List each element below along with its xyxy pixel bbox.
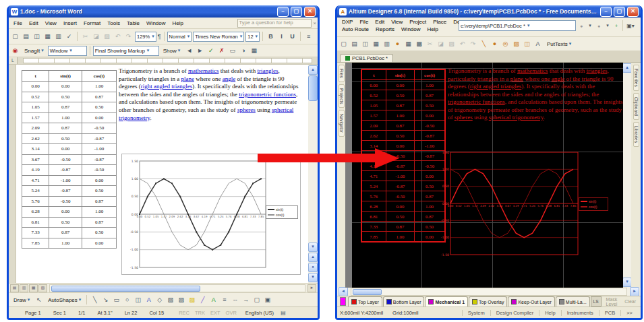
draw-menu-button[interactable]: Draw▾ [11, 296, 32, 304]
hyperlink[interactable]: trigonometric functions [448, 98, 505, 105]
layer-tab-bottom-layer[interactable]: Bottom Layer [383, 296, 425, 307]
underline-icon[interactable]: U [287, 32, 297, 42]
scroll-up-icon[interactable]: ▲ [622, 63, 632, 73]
table-cell[interactable]: 1.00 [49, 238, 82, 249]
put-texts-combo[interactable]: PutTexts▾ [544, 40, 574, 48]
rectangle-icon[interactable]: ▭ [111, 295, 121, 305]
table-cell[interactable]: 2.62 [22, 133, 49, 144]
place-string-icon[interactable]: A [533, 39, 543, 49]
font-combo[interactable]: Times New Roman▾ [193, 32, 244, 42]
previous-change-icon[interactable]: ◄ [184, 46, 194, 56]
table-cell[interactable]: 4.19 [22, 165, 49, 176]
table-cell[interactable]: 1.00 [415, 80, 445, 90]
next-page-icon[interactable]: ▼ [308, 273, 318, 282]
new-document-icon[interactable]: ▢ [10, 32, 20, 42]
hyperlink[interactable]: angle [223, 75, 236, 82]
word-horizontal-scrollbar[interactable] [49, 284, 305, 292]
layer-sets-button[interactable]: LS [591, 296, 602, 307]
hscroll-thumb[interactable] [353, 289, 382, 295]
panel-button-pcb[interactable]: PCB [599, 310, 620, 316]
place-line-icon[interactable]: ╲ [479, 39, 489, 49]
table-cell[interactable]: -0.87 [415, 131, 445, 141]
table-cell[interactable]: -0.50 [82, 165, 117, 176]
panel-button-instruments[interactable]: Instruments [561, 310, 599, 316]
mode-ext[interactable]: EXT [208, 310, 223, 316]
word-menu-help[interactable]: Help [169, 20, 187, 27]
table-cell[interactable]: 0.00 [386, 201, 414, 212]
table-cell[interactable]: 0.87 [49, 102, 82, 113]
workspace-dropdown[interactable]: ▣▾ [622, 20, 638, 31]
threed-icon[interactable]: ▣ [262, 295, 272, 305]
table-cell[interactable]: 0.00 [49, 82, 82, 92]
pcb-save-icon[interactable]: ◫ [360, 39, 370, 49]
copy-icon[interactable]: ◪ [436, 39, 446, 49]
right-panel-tab-favorites[interactable]: Favorites [633, 65, 639, 91]
table-cell[interactable]: 4.71 [361, 171, 386, 181]
hyperlink[interactable]: mathematics [188, 67, 218, 74]
scroll-right-icon[interactable]: ► [630, 287, 639, 296]
style-combo[interactable]: Normal▾ [167, 32, 192, 42]
table-cell[interactable]: 0.87 [82, 196, 117, 207]
table-cell[interactable]: 7.33 [361, 222, 386, 232]
print-icon[interactable]: ▦ [42, 32, 53, 42]
table-cell[interactable]: 3.67 [22, 154, 49, 165]
table-cell[interactable]: 0.52 [22, 92, 49, 102]
print-preview-icon[interactable]: ▥ [53, 32, 63, 42]
scroll-thumb[interactable] [308, 75, 318, 101]
snap-icon[interactable]: ▩ [414, 39, 424, 49]
close-button[interactable]: ✕ [627, 7, 639, 17]
table-cell[interactable]: 0.00 [361, 80, 386, 90]
altium-menu-project[interactable]: Project [406, 18, 430, 26]
arrow-style-icon[interactable]: → [241, 295, 251, 305]
undo-icon[interactable]: ↶ [113, 32, 123, 42]
web-layout-button[interactable]: ▥ [20, 284, 28, 292]
scroll-down-icon[interactable]: ▼ [308, 243, 318, 252]
table-cell[interactable]: -0.50 [386, 191, 414, 201]
hyperlink[interactable]: spheres [455, 114, 473, 121]
select-browse-object-icon[interactable]: ● [308, 263, 318, 272]
table-header[interactable]: cos(t) [415, 69, 445, 80]
hyperlink[interactable]: mathematics [517, 67, 548, 74]
scroll-up-icon[interactable]: ▲ [308, 65, 318, 75]
pcb-horizontal-scrollbar[interactable]: ◄ ► [337, 288, 641, 296]
table-cell[interactable]: -0.50 [415, 121, 445, 131]
hyperlink[interactable]: plane [181, 75, 194, 82]
next-change-icon[interactable]: ► [195, 46, 205, 56]
minimize-button[interactable]: – [277, 7, 289, 17]
table-cell[interactable]: -0.87 [82, 154, 117, 165]
bold-icon[interactable]: B [266, 32, 276, 42]
table-cell[interactable]: 2.09 [22, 123, 49, 134]
arrow-icon[interactable]: ↘ [100, 295, 111, 305]
table-cell[interactable]: -1.00 [49, 175, 82, 186]
layer-tab-keep-out-layer[interactable]: Keep-Out Layer [508, 296, 554, 307]
table-cell[interactable]: 1.05 [22, 102, 49, 113]
table-cell[interactable]: 7.85 [361, 232, 386, 243]
forward-icon[interactable]: ● [595, 22, 603, 30]
table-cell[interactable]: 4.71 [22, 175, 49, 186]
fit-board-icon[interactable]: ● [392, 39, 403, 49]
show-menu-button[interactable]: Show▾ [160, 47, 183, 55]
tab-selector[interactable]: L [9, 57, 18, 64]
table-cell[interactable]: 0.87 [82, 92, 117, 102]
table-cell[interactable]: 5.24 [22, 186, 49, 197]
word-vertical-scrollbar[interactable]: ▲ ▼ ▲ ● ▼ [308, 65, 318, 283]
table-cell[interactable]: 6.28 [22, 207, 49, 218]
clear-button[interactable]: Clear [621, 296, 639, 307]
table-cell[interactable]: 0.00 [82, 112, 117, 123]
hyperlink[interactable]: right angled triangles [470, 83, 521, 90]
table-cell[interactable]: 0.87 [415, 90, 445, 100]
left-panel-tab-navigator[interactable]: Navigator [339, 110, 345, 137]
panel-button-[interactable]: >> [620, 310, 638, 316]
word-menu-format[interactable]: Format [80, 20, 104, 27]
table-cell[interactable]: 0.87 [82, 217, 117, 228]
snagit-window-combo[interactable]: Window▾ [48, 46, 87, 56]
markup-view-combo[interactable]: Final Showing Markup▾ [93, 46, 159, 56]
copy-icon[interactable]: ◪ [91, 32, 101, 42]
table-cell[interactable]: 0.50 [82, 186, 117, 197]
scroll-down-icon[interactable]: ▼ [622, 278, 632, 287]
table-cell[interactable]: 3.14 [22, 144, 49, 155]
table-cell[interactable]: 0.00 [22, 82, 49, 92]
table-cell[interactable]: 0.87 [386, 100, 414, 110]
place-via-icon[interactable]: ◎ [500, 39, 510, 49]
table-cell[interactable]: 1.00 [82, 82, 117, 92]
